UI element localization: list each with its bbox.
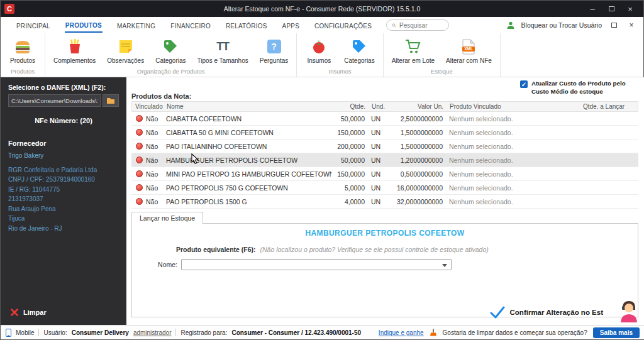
close-button[interactable]: × bbox=[621, 1, 640, 17]
product-und: UN bbox=[368, 170, 389, 178]
vinculado-value: Não bbox=[146, 184, 158, 192]
search-icon bbox=[392, 22, 396, 29]
not-linked-icon bbox=[136, 184, 143, 191]
browse-folder-button[interactable] bbox=[103, 94, 119, 107]
confirm-change-button[interactable]: Confirmar Alteração no Est bbox=[490, 306, 603, 319]
checkbox-checked-icon[interactable]: ✓ bbox=[520, 80, 528, 88]
ribbon-button-produtos[interactable]: Produtos bbox=[3, 35, 42, 67]
ribbon-button-label: Categorias bbox=[344, 57, 374, 64]
menu-tab-configuracoes[interactable]: CONFIGURAÇÕES bbox=[314, 19, 372, 32]
product-qtde: 50,0000 bbox=[331, 115, 368, 123]
divider bbox=[38, 329, 39, 336]
vinculado-value: Não bbox=[146, 143, 158, 150]
update-cost-checkbox[interactable]: ✓ Atualizar Custo do Produto pelo Custo … bbox=[520, 80, 638, 96]
limpar-button[interactable]: Limpar bbox=[11, 309, 47, 316]
ribbon-button-label: Complementos bbox=[53, 57, 96, 64]
ribbon-group-organizacao: Complementos Observações Categorias TT bbox=[45, 33, 297, 77]
not-linked-icon bbox=[136, 156, 143, 163]
col-produto-vinculado[interactable]: Produto Vinculado bbox=[447, 103, 580, 110]
minimize-button[interactable]: – bbox=[583, 1, 602, 17]
col-vinculado[interactable]: Vinculado bbox=[132, 103, 164, 110]
lock-user-label[interactable]: Bloquear ou Trocar Usuário bbox=[521, 21, 602, 29]
ribbon-button-categorias-insumos[interactable]: Categorias bbox=[338, 35, 380, 67]
chevron-down-icon bbox=[442, 264, 447, 267]
col-qtde[interactable]: Qtde. bbox=[332, 103, 369, 110]
xml-file-icon: XML bbox=[462, 38, 475, 55]
product-valor: 2,5000000000 bbox=[389, 115, 446, 123]
ribbon-button-label: Observações bbox=[107, 57, 144, 64]
ribbon-button-alterar-nfe[interactable]: XML Alterar com NFe bbox=[440, 35, 497, 67]
maximize-button[interactable] bbox=[602, 1, 621, 17]
vinculado-value: Não bbox=[146, 115, 158, 123]
ribbon-button-perguntas[interactable]: ? Perguntas bbox=[254, 35, 294, 67]
support-avatar[interactable] bbox=[618, 299, 640, 324]
user-role-link[interactable]: administrador bbox=[133, 329, 172, 336]
fornecedor-bairro: Tijuca bbox=[8, 214, 119, 224]
tag-blue-icon bbox=[352, 38, 367, 55]
product-qtde: 4,0000 bbox=[331, 198, 368, 206]
tomato-icon bbox=[312, 38, 326, 55]
danfe-label: Selecione o DANFE (XML) (F2): bbox=[8, 84, 119, 91]
ribbon-button-complementos[interactable]: Complementos bbox=[48, 35, 101, 67]
menu-tab-marketing[interactable]: MARKETING bbox=[116, 19, 156, 32]
ribbon-button-categorias-produtos[interactable]: Categorias bbox=[150, 35, 191, 67]
product-und: UN bbox=[368, 115, 389, 123]
table-header: Vinculado Nome Qtde. Und. Valor Un. Prod… bbox=[131, 101, 638, 112]
table-row[interactable]: Não CIABATTA 50 G MINI COFEETOWN 150,000… bbox=[131, 126, 638, 140]
menu-tab-apps[interactable]: APPS bbox=[282, 19, 300, 32]
product-name-combobox[interactable] bbox=[181, 259, 452, 270]
nome-label: Nome: bbox=[136, 261, 177, 268]
product-valor: 0,5000000000 bbox=[389, 170, 446, 178]
menu-tab-produtos[interactable]: PRODUTOS bbox=[65, 18, 103, 33]
col-valor[interactable]: Valor Un. bbox=[390, 103, 447, 110]
table-row[interactable]: Não MINI PAO PETROPO 1G HAMBURGUER COFEE… bbox=[131, 167, 638, 181]
menubar: PRINCIPAL PRODUTOS MARKETING FINANCEIRO … bbox=[1, 17, 643, 33]
mobile-label[interactable]: Mobile bbox=[16, 329, 34, 336]
fornecedor-ie: IE / RG: 11044775 bbox=[8, 185, 119, 195]
col-und[interactable]: Und. bbox=[369, 103, 390, 110]
fornecedor-name: Trigo Bakery bbox=[8, 151, 119, 161]
col-qtde-lancar[interactable]: Qtde. a Lançar bbox=[580, 103, 638, 110]
mdi-close-button[interactable]: × bbox=[626, 21, 637, 30]
hamburger-icon bbox=[14, 38, 31, 55]
window-title: Alterar Estoque com NF-e - Consumer Rede… bbox=[1, 5, 643, 13]
product-valor: 1,2000000000 bbox=[389, 156, 446, 164]
table-row-selected[interactable]: Não HAMBURGUER PETROPOLIS COFEETOW 50,00… bbox=[131, 153, 638, 167]
not-linked-icon bbox=[136, 129, 143, 136]
table-row[interactable]: Não CIABATTA COFEETOWN 50,0000 UN 2,5000… bbox=[131, 112, 638, 126]
search-box[interactable] bbox=[386, 19, 449, 31]
statusbar: Mobile Usuário: Consumer Delivery admini… bbox=[1, 325, 644, 339]
ribbon-button-insumos[interactable]: Insumos bbox=[299, 35, 338, 67]
ribbon-button-alterar-lote[interactable]: Alterar em Lote bbox=[386, 35, 440, 67]
product-name: PAO PETROPOLIS 750 G COFEETOWN bbox=[163, 184, 331, 192]
menu-tab-principal[interactable]: PRINCIPAL bbox=[16, 19, 51, 32]
selected-product-title: HAMBURGUER PETROPOLIS COFEETOW bbox=[132, 224, 638, 238]
saiba-mais-button[interactable]: Saiba mais bbox=[593, 327, 640, 338]
ribbon-button-observacoes[interactable]: Observações bbox=[101, 35, 150, 67]
table-row[interactable]: Não PAO PETROPOLIS 1500 G 4,0000 UN 32,0… bbox=[131, 195, 638, 209]
menu-tab-financeiro[interactable]: FINANCEIRO bbox=[170, 19, 211, 32]
table-row[interactable]: Não PAO PETROPOLIS 750 G COFEETOWN 5,000… bbox=[131, 181, 638, 195]
ribbon-group-name: Organização de Produtos bbox=[48, 67, 294, 77]
note-icon bbox=[119, 38, 133, 55]
ribbon-button-tipos-tamanhos[interactable]: TT Tipos e Tamanhos bbox=[192, 35, 254, 67]
svg-text:XML: XML bbox=[465, 47, 474, 51]
check-icon bbox=[490, 306, 505, 319]
clear-x-icon bbox=[11, 309, 18, 316]
tab-lancar-estoque[interactable]: Lançar no Estoque bbox=[131, 212, 203, 224]
danfe-path-input[interactable] bbox=[8, 94, 101, 107]
product-qtde: 50,0000 bbox=[331, 156, 368, 164]
col-nome[interactable]: Nome bbox=[164, 103, 332, 110]
indique-ganhe-link[interactable]: Indique e ganhe bbox=[379, 329, 424, 336]
not-linked-icon bbox=[136, 143, 143, 150]
product-valor: 1,5000000000 bbox=[389, 129, 446, 136]
registered-value: Consumer - Consumer / 12.423.490/0001-50 bbox=[231, 329, 361, 336]
product-und: UN bbox=[368, 198, 389, 206]
search-input[interactable] bbox=[399, 22, 443, 29]
table-row[interactable]: Não PAO ITALIANINHO COFEETOWN 200,0000 U… bbox=[131, 140, 638, 153]
mobile-icon bbox=[6, 329, 11, 337]
mdi-restore-button[interactable] bbox=[608, 23, 619, 28]
product-vinculado: Nenhum selecionado. bbox=[446, 184, 579, 192]
sidebar: Selecione o DANFE (XML) (F2): NFe Número… bbox=[1, 77, 126, 326]
menu-tab-relatorios[interactable]: RELATÓRIOS bbox=[225, 19, 268, 32]
